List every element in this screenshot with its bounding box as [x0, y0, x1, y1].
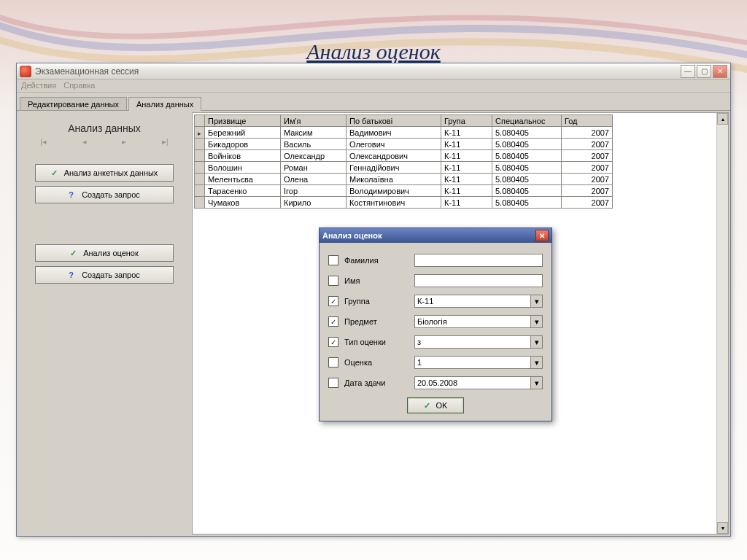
- analyze-grades-button[interactable]: Анализ оценок: [35, 244, 174, 262]
- name-input[interactable]: [414, 274, 543, 287]
- table-row[interactable]: БикадоровВасильОлеговичК-115.0804052007: [195, 139, 613, 150]
- gradetype-combo[interactable]: з▾: [414, 335, 543, 349]
- surname-checkbox[interactable]: [328, 255, 338, 265]
- tab-analyze-data[interactable]: Анализ данных: [128, 97, 201, 111]
- gradetype-checkbox[interactable]: [328, 337, 338, 347]
- grade-checkbox[interactable]: [328, 357, 338, 368]
- name-label: Имя: [344, 276, 414, 285]
- group-checkbox[interactable]: [328, 296, 338, 306]
- analyze-anketa-button[interactable]: Анализ анкетных данных: [35, 164, 174, 182]
- dialog-titlebar: Анализ оценок ✕: [320, 228, 551, 243]
- tab-edit-data[interactable]: Редактирование данных: [20, 97, 127, 111]
- date-label: Дата здачи: [344, 378, 414, 387]
- chevron-down-icon: ▾: [530, 295, 542, 307]
- col-name[interactable]: Им'я: [281, 115, 347, 127]
- app-icon: [20, 66, 31, 77]
- sidebar: Анализ данных |◂ ◂ ▸ ▸| Анализ анкетных …: [17, 111, 192, 536]
- col-patronymic[interactable]: По батькові: [347, 115, 441, 127]
- check-icon: [70, 249, 79, 257]
- create-query-button-1[interactable]: Создать запрос: [35, 186, 174, 203]
- chevron-down-icon: ▾: [530, 336, 542, 348]
- name-checkbox[interactable]: [328, 276, 338, 286]
- ok-button[interactable]: OK: [407, 397, 464, 413]
- check-icon: [51, 168, 60, 177]
- surname-input[interactable]: [414, 254, 543, 267]
- table-row[interactable]: ВолошинРоманГеннадійовичК-115.0804052007: [195, 162, 613, 174]
- col-speciality[interactable]: Специальнос: [492, 115, 562, 127]
- question-icon: [69, 271, 77, 279]
- analyze-anketa-label: Анализ анкетных данных: [64, 168, 158, 177]
- col-year[interactable]: Год: [562, 115, 613, 127]
- nav-next-icon[interactable]: ▸: [122, 137, 126, 147]
- app-window: Экзаменационная сессия — ▢ ✕ Действия Сп…: [16, 63, 731, 537]
- close-button[interactable]: ✕: [713, 65, 727, 78]
- create-query-label-1: Создать запрос: [82, 190, 140, 199]
- analyze-grades-label: Анализ оценок: [83, 249, 139, 257]
- minimize-button[interactable]: —: [681, 65, 695, 78]
- record-navigator: |◂ ◂ ▸ ▸|: [23, 137, 186, 147]
- nav-first-icon[interactable]: |◂: [40, 137, 47, 147]
- surname-label: Фамилия: [344, 256, 414, 265]
- subject-combo[interactable]: Біологія▾: [414, 315, 543, 328]
- table-row[interactable]: ВойніковОлександрОлександровичК-115.0804…: [195, 150, 613, 162]
- scroll-up-icon[interactable]: ▴: [717, 113, 728, 125]
- table-row[interactable]: МелентьєваОленаМиколаївнаК-115.080405200…: [195, 174, 613, 185]
- titlebar: Экзаменационная сессия — ▢ ✕: [17, 63, 730, 79]
- chevron-down-icon: ▾: [530, 316, 542, 327]
- menu-actions[interactable]: Действия: [21, 81, 56, 90]
- table-row[interactable]: БережнийМаксимВадимовичК-115.0804052007: [195, 127, 613, 139]
- gradetype-label: Тип оценки: [344, 338, 414, 346]
- nav-last-icon[interactable]: ▸|: [162, 137, 169, 147]
- date-checkbox[interactable]: [328, 378, 338, 388]
- maximize-button[interactable]: ▢: [697, 65, 711, 78]
- data-grid[interactable]: Призвище Им'я По батькові Група Специаль…: [194, 114, 613, 209]
- group-label: Группа: [344, 297, 414, 306]
- table-row[interactable]: ТарасенкоІгорВолодимировичК-115.08040520…: [195, 185, 613, 197]
- row-marker-header: [195, 115, 205, 127]
- chevron-down-icon: ▾: [530, 377, 542, 389]
- date-combo[interactable]: 20.05.2008▾: [414, 376, 543, 389]
- create-query-label-2: Создать запрос: [82, 271, 140, 279]
- subject-label: Предмет: [344, 317, 414, 326]
- tabstrip: Редактирование данных Анализ данных: [17, 93, 730, 110]
- group-combo[interactable]: К-11▾: [414, 295, 543, 308]
- sidebar-heading: Анализ данных: [23, 122, 186, 134]
- menubar: Действия Справка: [17, 79, 730, 93]
- nav-prev-icon[interactable]: ◂: [82, 137, 87, 147]
- ok-label: OK: [436, 401, 448, 410]
- slide-title: Анализ оценок: [0, 39, 747, 64]
- grade-combo[interactable]: 1▾: [414, 356, 543, 369]
- check-icon: [424, 401, 433, 410]
- analysis-dialog: Анализ оценок ✕ Фамилия Имя Группа: [319, 228, 552, 421]
- col-group[interactable]: Група: [441, 115, 492, 127]
- table-row[interactable]: ЧумаковКирилоКостянтиновичК-115.08040520…: [195, 197, 613, 209]
- chevron-down-icon: ▾: [530, 357, 542, 368]
- dialog-title: Анализ оценок: [322, 231, 382, 240]
- scroll-down-icon[interactable]: ▾: [717, 522, 728, 534]
- menu-help[interactable]: Справка: [63, 81, 95, 90]
- dialog-close-button[interactable]: ✕: [535, 230, 549, 241]
- window-title: Экзаменационная сессия: [35, 66, 681, 77]
- vertical-scrollbar[interactable]: ▴ ▾: [716, 113, 728, 534]
- col-surname[interactable]: Призвище: [205, 115, 281, 127]
- question-icon: [69, 190, 77, 199]
- subject-checkbox[interactable]: [328, 316, 338, 327]
- create-query-button-2[interactable]: Создать запрос: [35, 266, 174, 284]
- grade-label: Оценка: [344, 358, 414, 367]
